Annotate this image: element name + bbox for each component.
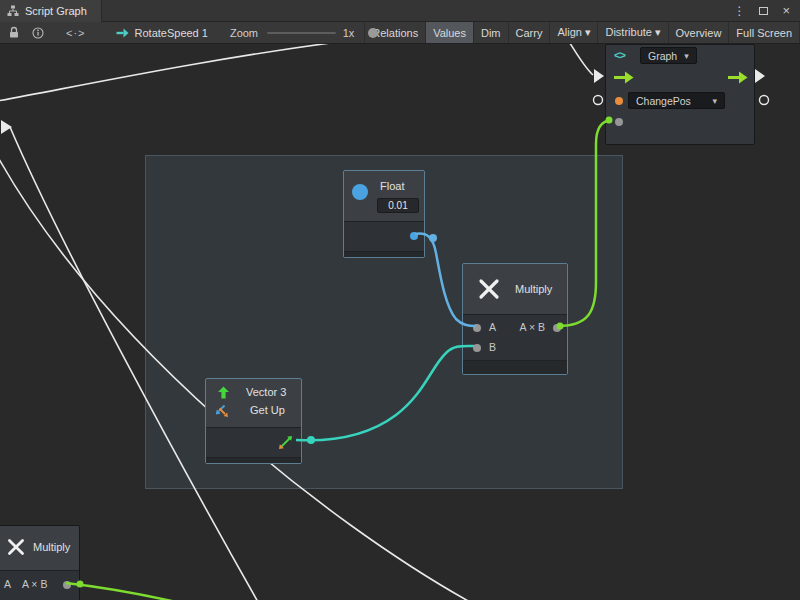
zoom-slider-thumb[interactable] — [368, 28, 378, 38]
tab-title: Script Graph — [25, 5, 87, 17]
multiply-node[interactable]: Multiply A A × B B — [462, 263, 568, 375]
graph-dropdown[interactable]: Graph ▾ — [640, 47, 697, 64]
wire-multiply-partial-output[interactable] — [66, 583, 198, 600]
graph-asset-icon — [116, 26, 129, 39]
window-controls: ⋮ × — [733, 4, 800, 17]
multiply-output-port[interactable] — [553, 324, 561, 332]
variable-dropdown[interactable]: ChangePos ▾ — [628, 92, 725, 109]
graph-icon: <> — [614, 49, 625, 61]
float-node-header: Float 0.01 — [344, 171, 424, 221]
lock-icon[interactable] — [8, 26, 20, 39]
multiply-partial-ports: A A × B — [0, 570, 79, 600]
zoom-slider[interactable] — [267, 22, 336, 44]
event-flow-in-arrowhead[interactable] — [594, 69, 604, 83]
flow-input-port[interactable] — [614, 71, 634, 84]
variable-dropdown-label: ChangePos — [636, 95, 691, 107]
fullscreen-button[interactable]: Full Screen — [728, 22, 800, 43]
window-close-icon[interactable]: × — [782, 4, 790, 17]
graph-toolbar: <·> RotateSpeed 1 Zoom 1x Relations Valu… — [0, 22, 800, 44]
up-arrow-icon — [217, 386, 230, 399]
event-node[interactable]: <> Graph ▾ ChangePos ▾ — [605, 44, 755, 145]
multiply-node-header: Multiply — [463, 264, 567, 314]
unconnected-port-circle-right[interactable] — [760, 96, 769, 105]
script-graph-icon — [7, 5, 19, 17]
get-up-node[interactable]: Vector 3 Get Up — [205, 378, 302, 464]
float-node-title: Float — [380, 180, 404, 192]
multiply-partial-input-a-label: A — [4, 578, 11, 590]
multiply-icon — [478, 278, 500, 300]
unconnected-port-circle-left[interactable] — [594, 96, 603, 105]
carry-button[interactable]: Carry — [508, 22, 550, 43]
get-up-node-title: Get Up — [250, 404, 285, 416]
dim-button[interactable]: Dim — [473, 22, 508, 43]
float-node-ports — [344, 221, 424, 251]
wire-offscreen-topleft[interactable] — [0, 44, 338, 102]
float-output-port[interactable] — [410, 232, 418, 240]
toolbar-buttons: Relations Values Dim Carry Align ▾ Distr… — [364, 22, 800, 43]
multiply-node-partial[interactable]: Multiply A A × B — [0, 525, 80, 600]
float-node[interactable]: Float 0.01 — [343, 170, 425, 258]
multiply-output-label: A × B — [520, 321, 545, 333]
get-up-node-ports — [206, 427, 301, 457]
values-button[interactable]: Values — [425, 22, 473, 43]
multiply-node-title: Multiply — [515, 283, 552, 295]
window-menu-icon[interactable]: ⋮ — [733, 5, 745, 17]
multiply-input-b-port[interactable] — [473, 344, 481, 352]
event-flow-out-arrowhead[interactable] — [755, 69, 765, 83]
get-up-node-type: Vector 3 — [246, 386, 286, 398]
multiply-partial-output-label: A × B — [22, 578, 47, 590]
float-type-icon — [352, 184, 368, 200]
multiply-input-a-label: A — [489, 321, 496, 333]
chevron-down-icon: ▾ — [712, 96, 717, 106]
edit-graph-icon[interactable]: <·> — [66, 27, 86, 39]
info-icon[interactable] — [32, 27, 44, 39]
distribute-dropdown-button[interactable]: Distribute ▾ — [597, 22, 667, 43]
window-maximize-icon[interactable] — [759, 7, 768, 15]
graph-canvas[interactable]: Float 0.01 Multiply A A × B B — [0, 44, 800, 600]
float-value-field[interactable]: 0.01 — [377, 198, 419, 213]
get-up-node-header: Vector 3 Get Up — [206, 379, 301, 427]
wire-arrowhead-left[interactable] — [1, 120, 12, 134]
multiply-input-b-label: B — [489, 341, 496, 353]
transform-arrows-icon — [214, 404, 230, 418]
multiply-icon — [7, 538, 25, 556]
multiply-partial-header: Multiply — [0, 526, 79, 570]
vector3-output-port[interactable] — [278, 435, 293, 450]
multiply-node-footer — [463, 360, 567, 374]
float-node-footer — [344, 251, 424, 257]
event-extra-port[interactable] — [615, 118, 623, 126]
graph-name-label: RotateSpeed 1 — [135, 27, 208, 39]
variable-input-port[interactable] — [615, 97, 623, 105]
zoom-value: 1x — [343, 27, 355, 39]
zoom-label: Zoom — [230, 27, 258, 39]
zoom-slider-track[interactable] — [267, 32, 336, 34]
multiply-node-ports: A A × B B — [463, 314, 567, 360]
multiply-partial-output-port[interactable] — [63, 581, 71, 589]
align-dropdown-button[interactable]: Align ▾ — [549, 22, 597, 43]
tab-script-graph[interactable]: Script Graph — [0, 0, 102, 22]
chevron-down-icon: ▾ — [684, 51, 689, 61]
multiply-partial-title: Multiply — [33, 541, 70, 553]
multiply-input-a-port[interactable] — [473, 324, 481, 332]
overview-button[interactable]: Overview — [668, 22, 729, 43]
get-up-node-footer — [206, 457, 301, 463]
graph-breadcrumb[interactable]: RotateSpeed 1 — [116, 26, 208, 39]
titlebar: Script Graph ⋮ × — [0, 0, 800, 22]
wire-into-event-node[interactable] — [568, 44, 593, 75]
flow-output-port[interactable] — [728, 71, 748, 84]
graph-dropdown-label: Graph — [648, 50, 677, 62]
